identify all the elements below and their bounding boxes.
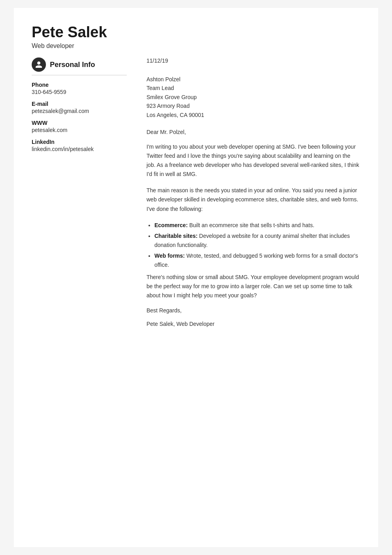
bullet-charitable-bold: Charitable sites: [154,233,198,239]
bullet-ecommerce-text: Built an ecommerce site that sells t-shi… [188,222,314,228]
recipient-name: Ashton Polzel [147,75,360,84]
personal-info-heading: Personal Info [32,57,127,72]
letter-content: 11/12/19 Ashton Polzel Team Lead Smilex … [139,57,360,327]
bullet-list: Ecommerce: Built an ecommerce site that … [154,221,360,270]
person-icon [32,57,46,72]
www-value: petesalek.com [32,127,127,133]
sidebar: Personal Info Phone 310-645-9559 E-mail … [32,57,139,327]
letter-signature: Pete Salek, Web Developer [147,321,360,327]
email-value: petezsalek@gmail.com [32,108,127,114]
letter-paragraph-2-text: The main reason is the needs you stated … [147,187,358,212]
letter-paragraph-1: I'm writing to you about your web develo… [147,142,360,179]
sidebar-divider [32,75,127,75]
bullet-charitable: Charitable sites: Developed a website fo… [154,232,360,250]
bullet-webforms: Web forms: Wrote, tested, and debugged 5… [154,251,360,270]
page: Pete Salek Web developer Personal Info P… [14,8,378,547]
www-label: WWW [32,120,127,126]
letter-paragraph-3: There's nothing slow or small about SMG.… [147,273,360,300]
linkedin-value: linkedin.com/in/petesalek [32,146,127,152]
bullet-ecommerce: Ecommerce: Built an ecommerce site that … [154,221,360,230]
phone-value: 310-645-9559 [32,89,127,95]
bullet-webforms-bold: Web forms: [154,253,185,259]
applicant-name: Pete Salek [32,24,360,41]
recipient-address: 923 Armory Road [147,101,360,110]
bullet-ecommerce-bold: Ecommerce: [154,222,188,228]
linkedin-label: LinkedIn [32,139,127,145]
letter-salutation: Dear Mr. Polzel, [147,129,360,135]
email-label: E-mail [32,101,127,107]
person-svg [35,61,43,69]
recipient-city: Los Angeles, CA 90001 [147,111,360,119]
sidebar-item-phone: Phone 310-645-9559 [32,82,127,95]
recipient-company: Smilex Grove Group [147,93,360,101]
phone-label: Phone [32,82,127,88]
recipient-title: Team Lead [147,84,360,92]
sidebar-item-email: E-mail petezsalek@gmail.com [32,101,127,114]
recipient-block: Ashton Polzel Team Lead Smilex Grove Gro… [147,75,360,119]
letter-paragraph-2: The main reason is the needs you stated … [147,186,360,213]
sidebar-item-linkedin: LinkedIn linkedin.com/in/petesalek [32,139,127,152]
bullet-webforms-text: Wrote, tested, and debugged 5 working we… [154,253,358,268]
personal-info-label: Personal Info [50,61,95,69]
content-area: Personal Info Phone 310-645-9559 E-mail … [32,57,360,327]
letter-date: 11/12/19 [147,57,360,64]
sidebar-item-www: WWW petesalek.com [32,120,127,133]
letter-closing: Best Regards, [147,307,360,314]
applicant-title: Web developer [32,42,360,50]
